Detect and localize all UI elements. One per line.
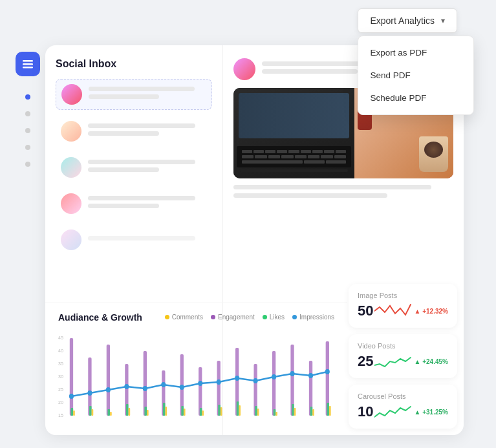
sidebar-nav-5[interactable] [25, 162, 30, 167]
svg-text:35: 35 [58, 361, 63, 367]
sidebar [13, 45, 42, 167]
svg-rect-28 [126, 404, 129, 416]
svg-rect-14 [144, 351, 147, 416]
svg-rect-10 [70, 338, 73, 416]
svg-rect-50 [257, 409, 259, 416]
legend-dot-engagement [211, 315, 215, 319]
inbox-item-5[interactable] [56, 225, 212, 255]
svg-point-55 [69, 394, 74, 399]
caption-line-2 [233, 193, 387, 198]
svg-rect-21 [272, 351, 275, 416]
avatar-1 [61, 84, 82, 105]
svg-rect-2 [23, 67, 33, 69]
svg-rect-35 [255, 406, 257, 416]
carousel-posts-change: ▲ +31.25% [415, 409, 448, 416]
inbox-item-3[interactable] [56, 153, 212, 182]
sidebar-nav-1[interactable] [25, 94, 30, 100]
inbox-line-4b [88, 204, 159, 208]
legend-dot-likes [263, 315, 267, 319]
schedule-pdf-item[interactable]: Schedule PDF [358, 87, 473, 109]
social-inbox-title: Social Inbox [56, 58, 212, 70]
carousel-posts-card: Carousel Posts 10 ▲ +31.25% [349, 385, 457, 429]
svg-rect-30 [163, 403, 166, 416]
legend-label-impressions: Impressions [299, 314, 334, 321]
export-as-pdf-item[interactable]: Export as PDF [358, 41, 473, 64]
legend-label-likes: Likes [270, 314, 285, 321]
inbox-item-2[interactable] [56, 116, 212, 146]
svg-rect-12 [107, 345, 110, 416]
svg-rect-38 [310, 407, 313, 416]
chart-title: Audiance & Growth [58, 312, 142, 323]
svg-rect-39 [327, 403, 329, 416]
svg-rect-27 [108, 409, 111, 416]
svg-point-61 [180, 385, 184, 390]
chart-legend: Comments Engagement Likes Impressions [165, 314, 334, 321]
inbox-line-5a [88, 236, 195, 240]
stats-section: Image Posts 50 ▲ +12.32% Video Posts 25 … [349, 277, 464, 435]
video-posts-value: 25 [358, 353, 373, 370]
inbox-text-3 [88, 160, 207, 175]
sidebar-nav-2[interactable] [25, 111, 30, 116]
inbox-line-2a [88, 123, 195, 128]
svg-rect-45 [165, 407, 167, 416]
legend-label-comments: Comments [172, 314, 203, 321]
caption-line-1 [233, 185, 431, 189]
inbox-line-3a [88, 160, 195, 164]
send-pdf-item[interactable]: Send PDF [358, 64, 473, 87]
inbox-line-3b [88, 167, 159, 172]
chart-section: Audiance & Growth Comments Engagement Li… [45, 303, 347, 435]
inbox-text-5 [88, 236, 207, 244]
image-posts-sparkline [374, 302, 413, 320]
avatar-2 [61, 121, 81, 142]
carousel-posts-sparkline [374, 403, 413, 421]
svg-point-59 [143, 386, 147, 391]
svg-point-56 [87, 390, 92, 396]
svg-point-60 [161, 382, 166, 387]
svg-rect-42 [110, 412, 112, 416]
chart-visualization: 45 40 35 30 25 20 15 [58, 332, 334, 429]
svg-rect-33 [218, 405, 221, 416]
svg-text:20: 20 [58, 400, 63, 406]
svg-rect-40 [73, 411, 75, 416]
sidebar-logo[interactable] [16, 52, 40, 76]
image-posts-value: 50 [358, 303, 373, 319]
svg-point-64 [235, 376, 239, 381]
legend-engagement: Engagement [211, 314, 255, 321]
svg-rect-37 [292, 404, 294, 416]
sidebar-nav-4[interactable] [25, 145, 30, 150]
post-image-laptop [233, 88, 354, 178]
inbox-item-4[interactable] [56, 189, 212, 219]
svg-rect-26 [89, 406, 92, 416]
avatar-4 [61, 193, 81, 214]
carousel-posts-value: 10 [358, 403, 373, 420]
inbox-line-1a [89, 87, 195, 91]
export-dropdown: Export Analytics ▾ Export as PDF Send PD… [358, 8, 457, 33]
svg-rect-46 [184, 409, 186, 416]
legend-dot-impressions [292, 315, 297, 319]
inbox-item-1[interactable] [56, 79, 212, 110]
export-dropdown-menu: Export as PDF Send PDF Schedule PDF [358, 36, 474, 115]
svg-rect-34 [237, 401, 239, 416]
svg-point-66 [272, 374, 276, 379]
svg-rect-44 [147, 410, 149, 416]
inbox-line-2b [88, 131, 159, 136]
avatar-5 [61, 229, 81, 250]
inbox-text-2 [88, 123, 207, 139]
svg-rect-54 [329, 406, 331, 416]
svg-text:45: 45 [58, 335, 63, 341]
inbox-line-1b [89, 94, 159, 99]
video-posts-sparkline [374, 352, 413, 370]
svg-text:25: 25 [58, 387, 63, 393]
inbox-list [56, 79, 212, 255]
svg-rect-51 [275, 412, 277, 416]
post-caption-lines [233, 185, 453, 198]
inbox-text-4 [88, 196, 207, 211]
export-analytics-button[interactable]: Export Analytics ▾ [358, 8, 457, 33]
sidebar-nav-3[interactable] [25, 128, 30, 133]
legend-comments: Comments [165, 314, 203, 321]
export-button-label: Export Analytics [370, 16, 435, 26]
svg-rect-32 [200, 408, 202, 416]
post-author-avatar [233, 58, 255, 80]
svg-point-62 [198, 381, 202, 386]
svg-rect-1 [23, 63, 33, 65]
